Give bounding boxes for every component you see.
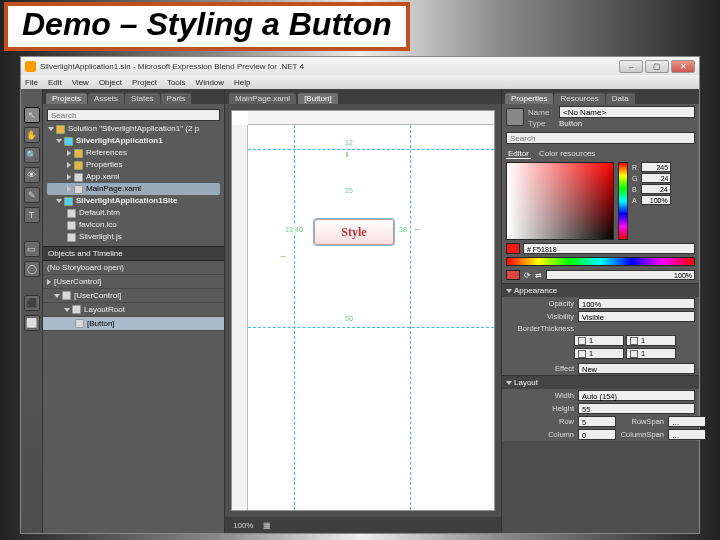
references-node[interactable]: References <box>47 147 220 159</box>
expand-icon[interactable] <box>48 127 54 131</box>
visibility-select[interactable]: Visible <box>578 311 695 322</box>
anchor-top-icon[interactable]: ⥮ <box>344 151 354 157</box>
projects-search-input[interactable] <box>47 109 220 121</box>
mainpage-node[interactable]: MainPage.xaml <box>47 183 220 195</box>
brush-tab-resources[interactable]: Color resources <box>537 149 597 159</box>
row-input[interactable]: 5 <box>578 416 616 427</box>
appearance-header[interactable]: Appearance <box>502 284 699 297</box>
guide-horizontal[interactable] <box>248 327 494 328</box>
hex-input[interactable]: # F51818 <box>523 243 695 254</box>
obj-usercontrol-scope[interactable]: [UserControl] <box>43 275 224 289</box>
anchor-left-icon[interactable]: ⥋ <box>280 253 290 259</box>
menu-help[interactable]: Help <box>234 78 250 87</box>
rotate-icon[interactable]: ⟳ <box>524 271 531 280</box>
anchor-right-icon[interactable]: ⥋ <box>414 226 424 232</box>
tab-resources[interactable]: Resources <box>554 93 604 104</box>
stop-swatch[interactable] <box>506 270 520 280</box>
height-input[interactable]: 55 <box>578 403 695 414</box>
thickness-right-input[interactable]: 1 <box>626 335 676 346</box>
a-input[interactable] <box>641 195 671 205</box>
obj-button[interactable]: [Button] <box>43 317 224 331</box>
rectangle-tool[interactable]: ▭ <box>24 241 40 257</box>
asset-tool-a[interactable]: ⬛ <box>24 295 40 311</box>
objects-panel-header[interactable]: Objects and Timeline <box>43 246 224 261</box>
styled-button-preview[interactable]: Style <box>314 219 394 245</box>
r-input[interactable] <box>641 162 671 172</box>
properties-node[interactable]: Properties <box>47 159 220 171</box>
expand-icon[interactable] <box>506 381 512 385</box>
design-canvas[interactable]: 12 25 40 38 13 50 ⥋ ⥮ ⥋ Style <box>248 125 494 510</box>
silverlightjs-node[interactable]: Silverlight.js <box>47 231 220 243</box>
expand-icon[interactable] <box>47 279 51 285</box>
menu-window[interactable]: Window <box>196 78 224 87</box>
expand-icon[interactable] <box>67 150 71 156</box>
tab-assets[interactable]: Assets <box>88 93 124 104</box>
g-input[interactable] <box>641 173 671 183</box>
tab-states[interactable]: States <box>125 93 160 104</box>
menu-project[interactable]: Project <box>132 78 157 87</box>
ruler-vertical[interactable] <box>232 125 248 510</box>
pan-tool[interactable]: ✋ <box>24 127 40 143</box>
name-field[interactable]: <No Name> <box>559 106 695 118</box>
expand-icon[interactable] <box>67 174 71 180</box>
menu-file[interactable]: File <box>25 78 38 87</box>
view-toggle-icon[interactable]: ▦ <box>263 521 271 530</box>
storyboard-row[interactable]: (No Storyboard open) <box>43 261 224 275</box>
project-node-2[interactable]: SilverlightApplication1Site <box>47 195 220 207</box>
ruler-horizontal[interactable] <box>248 111 494 125</box>
color-spectrum[interactable] <box>506 162 614 240</box>
effect-button[interactable]: New <box>578 363 695 374</box>
width-input[interactable]: Auto (154) <box>578 390 695 401</box>
column-input[interactable]: 0 <box>578 429 616 440</box>
ellipse-tool[interactable]: ◯ <box>24 261 40 277</box>
flip-icon[interactable]: ⇄ <box>535 271 542 280</box>
thickness-top-input[interactable]: 1 <box>574 348 624 359</box>
menu-edit[interactable]: Edit <box>48 78 62 87</box>
expand-icon[interactable] <box>56 139 62 143</box>
gradient-strip[interactable] <box>506 257 695 266</box>
opacity-input[interactable]: 100% <box>578 298 695 309</box>
colspan-input[interactable]: … <box>668 429 706 440</box>
guide-vertical[interactable] <box>294 125 295 510</box>
menu-tools[interactable]: Tools <box>167 78 186 87</box>
thickness-bottom-input[interactable]: 1 <box>626 348 676 359</box>
expand-icon[interactable] <box>56 199 62 203</box>
tab-properties[interactable]: Properties <box>505 93 553 104</box>
doc-tab-button[interactable]: [Button] <box>298 93 338 104</box>
solution-node[interactable]: Solution "SilverlightApplication1" (2 p <box>47 123 220 135</box>
tab-data[interactable]: Data <box>606 93 635 104</box>
menu-object[interactable]: Object <box>99 78 122 87</box>
tab-projects[interactable]: Projects <box>46 93 87 104</box>
expand-icon[interactable] <box>67 162 71 168</box>
expand-icon[interactable] <box>54 294 60 298</box>
tab-parts[interactable]: Parts <box>161 93 192 104</box>
selection-tool[interactable]: ↖ <box>24 107 40 123</box>
guide-vertical[interactable] <box>410 125 411 510</box>
doc-tab-mainpage[interactable]: MainPage.xaml <box>229 93 296 104</box>
obj-usercontrol[interactable]: [UserControl] <box>43 289 224 303</box>
thickness-left-input[interactable]: 1 <box>574 335 624 346</box>
expand-icon[interactable] <box>64 308 70 312</box>
asset-tool-b[interactable]: ⬜ <box>24 315 40 331</box>
titlebar[interactable]: SilverlightApplication1.sln - Microsoft … <box>21 57 699 75</box>
artboard[interactable]: 12 25 40 38 13 50 ⥋ ⥮ ⥋ Style <box>231 110 495 511</box>
expand-icon[interactable] <box>506 289 512 293</box>
b-input[interactable] <box>641 184 671 194</box>
text-tool[interactable]: T <box>24 207 40 223</box>
minimize-button[interactable]: – <box>619 60 643 73</box>
project-node-1[interactable]: SilverlightApplication1 <box>47 135 220 147</box>
hue-slider[interactable] <box>618 162 628 240</box>
menu-view[interactable]: View <box>72 78 89 87</box>
close-button[interactable]: ✕ <box>671 60 695 73</box>
maximize-button[interactable]: ▢ <box>645 60 669 73</box>
guide-horizontal[interactable] <box>248 149 494 150</box>
rowspan-input[interactable]: … <box>668 416 706 427</box>
layout-header[interactable]: Layout <box>502 376 699 389</box>
properties-search-input[interactable] <box>506 132 695 144</box>
pen-tool[interactable]: ✎ <box>24 187 40 203</box>
zoom-tool[interactable]: 🔍 <box>24 147 40 163</box>
eyedropper-tool[interactable]: 👁 <box>24 167 40 183</box>
brush-tab-editor[interactable]: Editor <box>506 149 531 159</box>
defaulthtm-node[interactable]: Default.htm <box>47 207 220 219</box>
expand-icon[interactable] <box>67 186 71 192</box>
